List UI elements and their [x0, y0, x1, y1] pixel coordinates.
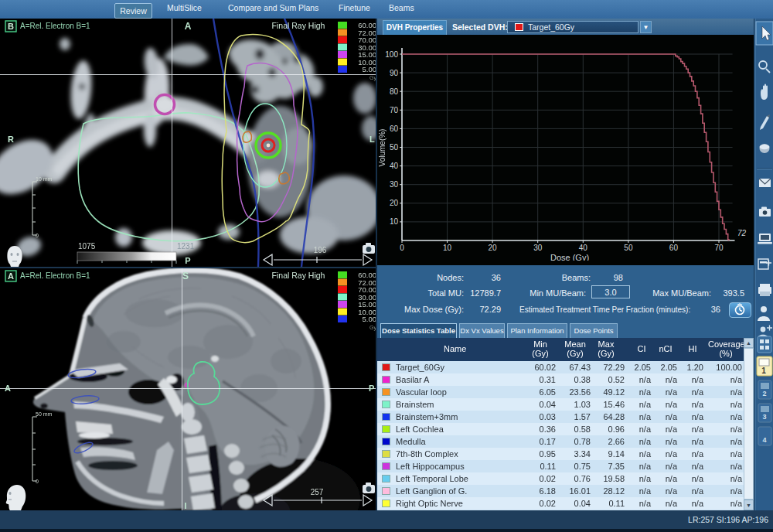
svg-text:2: 2: [762, 390, 766, 397]
svg-text:10 mm: 10 mm: [36, 176, 53, 182]
svg-text:40: 40: [579, 244, 588, 252]
svg-text:30: 30: [533, 244, 543, 252]
svg-text:4: 4: [762, 436, 766, 444]
svg-text:R: R: [8, 135, 14, 144]
svg-text:0: 0: [36, 479, 39, 484]
svg-text:90: 90: [390, 69, 399, 77]
svg-text:100: 100: [385, 50, 398, 59]
svg-text:Final Ray High: Final Ray High: [272, 21, 325, 30]
svg-text:A=Rel. Electron B=1: A=Rel. Electron B=1: [20, 22, 90, 30]
svg-text:3: 3: [762, 413, 766, 421]
svg-text:20: 20: [390, 199, 399, 207]
svg-text:50: 50: [624, 244, 633, 252]
svg-text:5.00: 5.00: [363, 315, 377, 323]
svg-text:20: 20: [489, 244, 498, 252]
svg-text:A: A: [5, 384, 11, 393]
svg-text:0: 0: [36, 233, 39, 238]
svg-text:Dose (Gy): Dose (Gy): [550, 253, 589, 261]
svg-text:Volume(%): Volume(%): [378, 129, 386, 167]
svg-text:72: 72: [737, 229, 747, 237]
svg-text:1: 1: [761, 367, 766, 375]
svg-text:196: 196: [314, 246, 327, 254]
svg-text:10: 10: [443, 244, 452, 252]
svg-text:40: 40: [390, 162, 399, 170]
svg-text:A: A: [185, 21, 192, 32]
svg-text:50: 50: [390, 143, 399, 152]
svg-text:0: 0: [400, 244, 404, 252]
svg-text:1075: 1075: [78, 242, 96, 251]
svg-text:60: 60: [669, 244, 679, 252]
svg-text:1231: 1231: [177, 242, 195, 251]
svg-text:P: P: [185, 256, 190, 265]
svg-text:5.00: 5.00: [363, 65, 377, 73]
svg-text:10: 10: [390, 217, 399, 226]
svg-text:P: P: [369, 384, 374, 393]
svg-text:B: B: [8, 22, 14, 31]
svg-text:Final Ray High: Final Ray High: [272, 271, 325, 280]
svg-text:60: 60: [390, 124, 399, 133]
svg-text:L: L: [369, 135, 375, 144]
svg-text:257: 257: [311, 488, 324, 496]
svg-text:I: I: [184, 501, 186, 510]
svg-text:70: 70: [714, 244, 724, 252]
svg-text:80: 80: [390, 87, 399, 96]
svg-text:30: 30: [390, 180, 399, 189]
svg-text:A=Rel. Electron B=1: A=Rel. Electron B=1: [20, 271, 90, 280]
svg-text:A: A: [8, 271, 14, 281]
svg-text:50 mm: 50 mm: [36, 411, 53, 417]
svg-text:S: S: [182, 271, 189, 281]
svg-text:70: 70: [390, 106, 399, 114]
